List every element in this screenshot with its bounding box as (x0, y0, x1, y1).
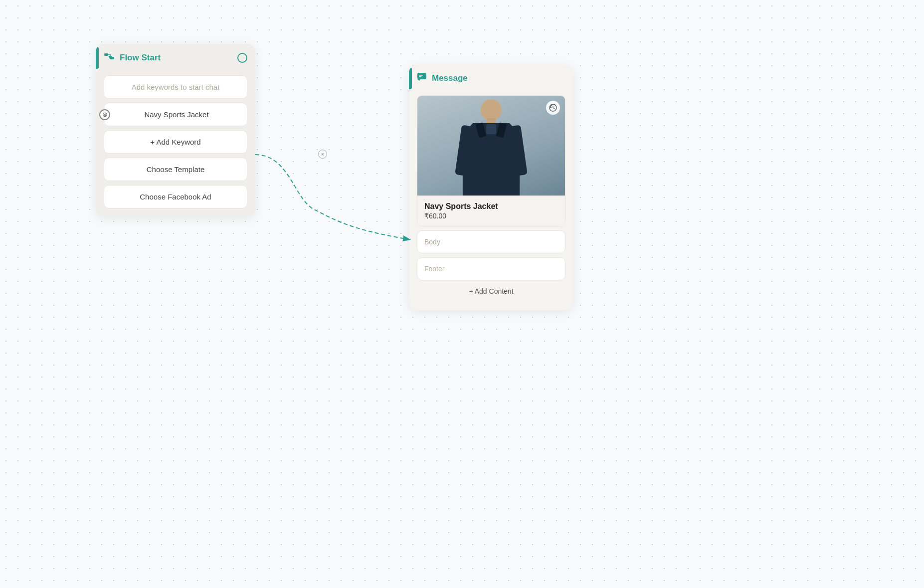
flow-start-connection-point[interactable] (237, 53, 247, 63)
canvas: × Flow Star (0, 0, 924, 588)
connector-remove-button[interactable]: × (318, 150, 327, 159)
product-image (417, 96, 565, 196)
svg-rect-6 (419, 76, 421, 77)
footer-placeholder: Footer (424, 265, 444, 273)
keyword-text: Navy Sports Jacket (144, 110, 208, 119)
add-keyword-button[interactable]: + Add Keyword (104, 130, 247, 154)
add-content-button[interactable]: + Add Content (409, 280, 573, 302)
flow-start-title: Flow Start (120, 53, 161, 63)
flow-start-body: Add keywords to start chat ⊗ Navy Sports… (96, 71, 255, 208)
message-header: Message (409, 65, 573, 91)
history-icon[interactable] (546, 101, 560, 115)
svg-rect-5 (419, 75, 423, 76)
svg-rect-2 (110, 57, 114, 59)
choose-facebook-ad-label: Choose Facebook Ad (140, 193, 211, 201)
keyword-item[interactable]: ⊗ Navy Sports Jacket (104, 103, 247, 126)
footer-field[interactable]: Footer (417, 257, 565, 280)
header-accent (96, 47, 99, 69)
connector-path (255, 155, 409, 239)
add-keyword-label: + Add Keyword (150, 138, 200, 146)
choose-template-button[interactable]: Choose Template (104, 158, 247, 181)
product-price: ₹60.00 (424, 212, 558, 220)
message-title: Message (432, 73, 468, 83)
header-inner: Flow Start (96, 51, 161, 64)
flow-start-card: Flow Start Add keywords to start chat ⊗ … (96, 44, 255, 216)
svg-rect-4 (417, 73, 426, 79)
message-card: Message (409, 65, 573, 310)
product-name: Navy Sports Jacket (424, 202, 558, 211)
choose-facebook-ad-button[interactable]: Choose Facebook Ad (104, 185, 247, 208)
flow-start-icon (104, 51, 115, 64)
add-content-label: + Add Content (469, 287, 513, 295)
add-keywords-item[interactable]: Add keywords to start chat (104, 75, 247, 99)
message-header-accent (409, 67, 412, 89)
svg-rect-1 (104, 53, 108, 56)
remove-keyword-button[interactable]: ⊗ (99, 109, 110, 120)
message-header-inner: Message (409, 72, 468, 84)
product-info: Navy Sports Jacket ₹60.00 (417, 196, 565, 226)
body-placeholder: Body (424, 238, 440, 246)
choose-template-label: Choose Template (147, 165, 204, 174)
product-card: Navy Sports Jacket ₹60.00 (417, 95, 565, 226)
message-body: Navy Sports Jacket ₹60.00 Body Footer (409, 91, 573, 280)
flow-start-header: Flow Start (96, 44, 255, 71)
connector-x-label: × (321, 152, 324, 157)
body-field[interactable]: Body (417, 230, 565, 253)
add-keywords-text: Add keywords to start chat (132, 83, 220, 91)
message-icon (417, 72, 427, 84)
